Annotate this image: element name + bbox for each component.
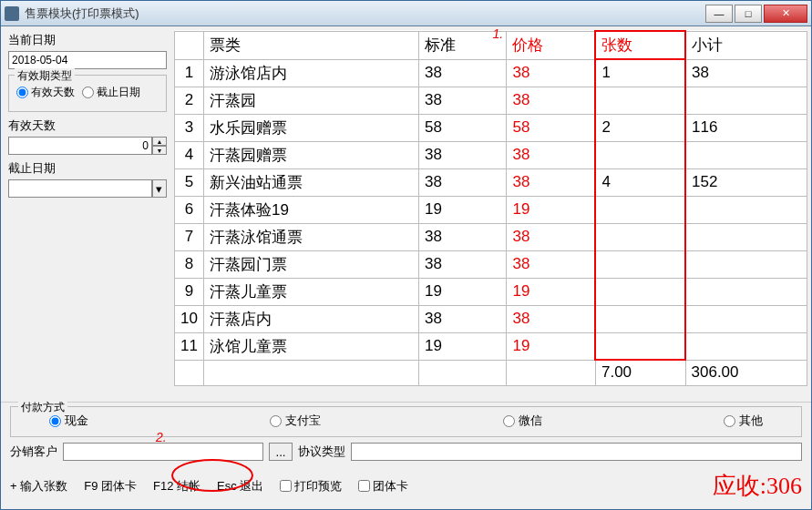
- cell-price[interactable]: 19: [507, 332, 596, 360]
- validity-legend: 有效期类型: [15, 68, 75, 84]
- app-icon: [5, 6, 19, 21]
- table-row[interactable]: 11泳馆儿童票1919: [175, 332, 807, 360]
- cell-price[interactable]: 38: [507, 168, 596, 196]
- table-row[interactable]: 8汗蒸园门票3838: [175, 250, 807, 278]
- cell-qty[interactable]: [595, 250, 685, 278]
- cell-rownum: 8: [175, 250, 204, 278]
- cell-qty[interactable]: [595, 278, 685, 305]
- titlebar[interactable]: 售票模块(打印票模式) — □ ✕: [1, 1, 811, 26]
- cell-subtotal: [685, 141, 807, 168]
- cell-type: 汗蒸泳馆通票: [203, 223, 418, 250]
- cell-subtotal: [685, 223, 807, 250]
- pay-wechat-radio[interactable]: 微信: [503, 413, 542, 429]
- footer-subtotal: 306.00: [685, 360, 807, 385]
- cell-price[interactable]: 19: [507, 278, 596, 305]
- customer-browse-button[interactable]: ...: [269, 443, 293, 461]
- deadline-label: 截止日期: [8, 160, 167, 177]
- pay-alipay-radio[interactable]: 支付宝: [270, 413, 321, 429]
- cell-price[interactable]: 38: [507, 59, 596, 87]
- group-card-check[interactable]: 团体卡: [358, 478, 408, 495]
- cell-qty[interactable]: [595, 87, 685, 114]
- cell-subtotal: [685, 196, 807, 223]
- header-rownum: [175, 31, 204, 59]
- maximize-button[interactable]: □: [735, 5, 762, 23]
- cell-type: 新兴油站通票: [203, 168, 418, 196]
- header-subtotal: 小计: [685, 31, 807, 59]
- protocol-label: 协议类型: [298, 444, 345, 460]
- cell-qty[interactable]: 4: [595, 168, 685, 196]
- amount-due: 应收:306: [713, 470, 802, 502]
- cell-price[interactable]: 38: [507, 87, 596, 114]
- shortcut-input-qty[interactable]: + 输入张数: [10, 478, 67, 495]
- cell-standard: 38: [419, 168, 507, 196]
- deadline-input[interactable]: [8, 179, 152, 198]
- cell-standard: 38: [419, 87, 507, 114]
- cell-subtotal: 152: [685, 168, 807, 196]
- table-row[interactable]: 6汗蒸体验191919: [175, 196, 807, 223]
- cell-standard: 38: [419, 305, 507, 332]
- current-date-input[interactable]: [8, 51, 167, 69]
- cell-subtotal: [685, 305, 807, 332]
- table-row[interactable]: 9汗蒸儿童票1919: [175, 278, 807, 305]
- shortcut-group[interactable]: F9 团体卡: [84, 478, 137, 495]
- cell-rownum: 7: [175, 223, 204, 250]
- table-row[interactable]: 10汗蒸店内3838: [175, 305, 807, 332]
- cell-subtotal: 38: [685, 59, 807, 87]
- cell-price[interactable]: 38: [507, 305, 596, 332]
- cell-standard: 38: [419, 59, 507, 87]
- cell-qty[interactable]: [595, 223, 685, 250]
- cell-standard: 38: [419, 250, 507, 278]
- cell-rownum: 10: [175, 305, 204, 332]
- cell-qty[interactable]: [595, 196, 685, 223]
- cell-standard: 38: [419, 141, 507, 168]
- valid-days-label: 有效天数: [8, 117, 167, 134]
- cell-subtotal: [685, 332, 807, 360]
- minimize-button[interactable]: —: [705, 5, 733, 23]
- cell-qty[interactable]: 1: [595, 59, 685, 87]
- cell-qty[interactable]: [595, 332, 685, 360]
- annotation-1: 1.: [493, 26, 504, 41]
- cell-rownum: 6: [175, 196, 204, 223]
- cell-rownum: 11: [175, 332, 204, 360]
- validity-deadline-radio[interactable]: 截止日期: [82, 85, 140, 100]
- table-row[interactable]: 4汗蒸园赠票3838: [175, 141, 807, 168]
- cell-qty[interactable]: [595, 305, 685, 332]
- pay-other-radio[interactable]: 其他: [724, 413, 763, 429]
- cell-type: 汗蒸园赠票: [203, 141, 418, 168]
- cell-price[interactable]: 38: [507, 223, 596, 250]
- cell-type: 游泳馆店内: [203, 59, 418, 87]
- cell-price[interactable]: 38: [507, 141, 596, 168]
- cell-type: 汗蒸园: [203, 87, 418, 114]
- payment-legend: 付款方式: [18, 400, 67, 415]
- table-row[interactable]: 7汗蒸泳馆通票3838: [175, 223, 807, 250]
- validity-days-radio[interactable]: 有效天数: [16, 85, 75, 100]
- close-button[interactable]: ✕: [764, 5, 807, 23]
- ticket-grid[interactable]: 票类 标准 价格 张数 小计 1游泳馆店内38381382汗蒸园38383水乐园…: [174, 30, 807, 386]
- table-row[interactable]: 2汗蒸园3838: [175, 87, 807, 114]
- window-title: 售票模块(打印票模式): [25, 5, 704, 22]
- protocol-input[interactable]: [351, 443, 802, 461]
- spinner-up[interactable]: ▲: [152, 137, 167, 146]
- cell-type: 水乐园赠票: [203, 114, 418, 141]
- shortcut-checkout[interactable]: F12 结帐: [153, 478, 200, 495]
- spinner-down[interactable]: ▼: [152, 146, 167, 155]
- cell-standard: 58: [419, 114, 507, 141]
- cell-subtotal: [685, 87, 807, 114]
- print-preview-check[interactable]: 打印预览: [280, 478, 342, 495]
- deadline-dropdown-button[interactable]: ▾: [152, 179, 167, 198]
- table-row[interactable]: 1游泳馆店内3838138: [175, 59, 807, 87]
- cell-standard: 19: [419, 196, 507, 223]
- cell-price[interactable]: 38: [507, 250, 596, 278]
- table-row[interactable]: 3水乐园赠票58582116: [175, 114, 807, 141]
- cell-qty[interactable]: 2: [595, 114, 685, 141]
- valid-days-input[interactable]: [8, 137, 152, 155]
- customer-input[interactable]: [63, 443, 263, 461]
- cell-qty[interactable]: [595, 141, 685, 168]
- cell-price[interactable]: 58: [507, 114, 596, 141]
- cell-rownum: 1: [175, 59, 204, 87]
- header-qty: 张数: [595, 31, 685, 59]
- shortcut-exit[interactable]: Esc 退出: [217, 478, 263, 495]
- table-row[interactable]: 5新兴油站通票38384152: [175, 168, 807, 196]
- ticket-grid-area: 1. 票类 标准 价格 张数 小计 1游泳馆店内38381382汗蒸园38383…: [174, 26, 811, 402]
- cell-price[interactable]: 19: [507, 196, 596, 223]
